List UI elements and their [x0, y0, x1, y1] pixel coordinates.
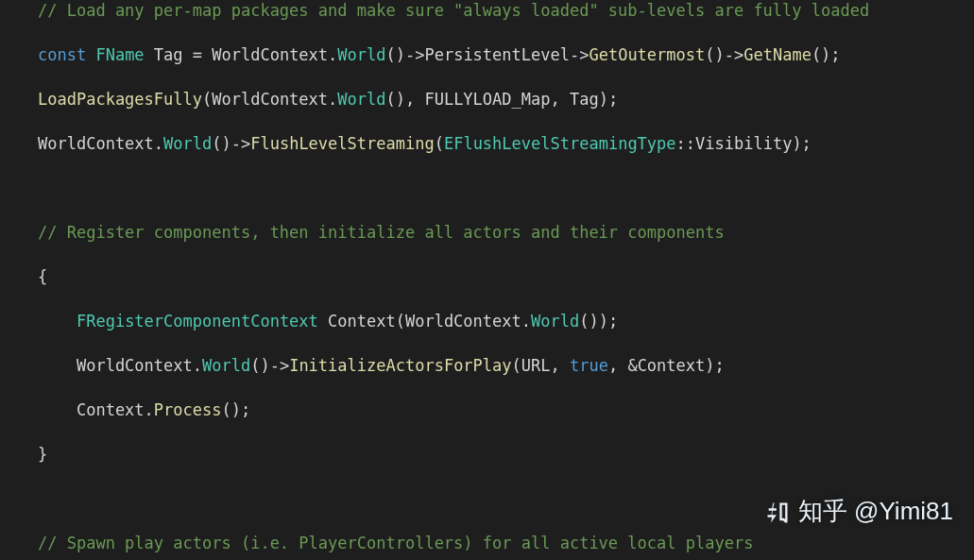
code-text: (); [221, 400, 250, 419]
code-text: (), FULLYLOAD_Map, Tag); [385, 90, 618, 109]
watermark-handle: @Yimi81 [854, 497, 953, 525]
zhihu-icon [764, 500, 791, 526]
code-text: , &Context); [608, 356, 725, 375]
fn-getoutermost: GetOutermost [589, 45, 705, 64]
code-text: (WorldContext. [202, 90, 337, 109]
code-text: ( [435, 134, 444, 153]
fn-getname: GetName [743, 45, 812, 64]
keyword-const: const [38, 45, 86, 64]
code-text: ()-> [705, 45, 743, 64]
code-text: Tag = WorldContext. [145, 45, 338, 64]
fn-loadpackagesfully: LoadPackagesFully [38, 90, 202, 109]
code-text: Context(WorldContext. [318, 312, 531, 331]
code-block: // Load any per-map packages and make su… [0, 0, 974, 560]
brace-open: { [38, 266, 974, 289]
indent [38, 312, 77, 331]
code-text: ()->PersistentLevel-> [386, 45, 590, 64]
comment: // Register components, then initialize … [38, 223, 725, 242]
code-text: ::Visibility); [676, 134, 812, 153]
brace-close: } [38, 444, 974, 467]
code-text: WorldContext. [38, 356, 202, 375]
code-text: (URL, [512, 356, 570, 375]
fn-flushlevelstreaming: FlushLevelStreaming [250, 134, 434, 153]
code-text: (); [812, 45, 841, 64]
type-eflushlevelstreamingtype: EFlushLevelStreamingType [444, 134, 676, 153]
comment: // Load any per-map packages and make su… [38, 1, 869, 20]
code-text: Context. [38, 400, 154, 419]
member-world: World [531, 312, 579, 331]
member-world: World [337, 45, 385, 64]
code-text: WorldContext. [38, 134, 163, 153]
fn-initializeactorsforplay: InitializeActorsForPlay [289, 356, 511, 375]
watermark: 知乎 @Yimi81 [764, 495, 953, 528]
type-fregistercomponentcontext: FRegisterComponentContext [77, 312, 318, 331]
literal-true: true [570, 356, 608, 375]
code-text: ()-> [212, 134, 250, 153]
code-text: ()-> [250, 356, 289, 375]
member-world: World [163, 134, 212, 153]
comment: // Spawn play actors (i.e. PlayerControl… [38, 534, 753, 552]
fn-process: Process [154, 400, 222, 419]
code-text: ()); [579, 312, 618, 331]
type-fname: FName [86, 45, 144, 64]
member-world: World [337, 90, 385, 109]
watermark-site: 知乎 [798, 497, 847, 525]
member-world: World [202, 356, 250, 375]
